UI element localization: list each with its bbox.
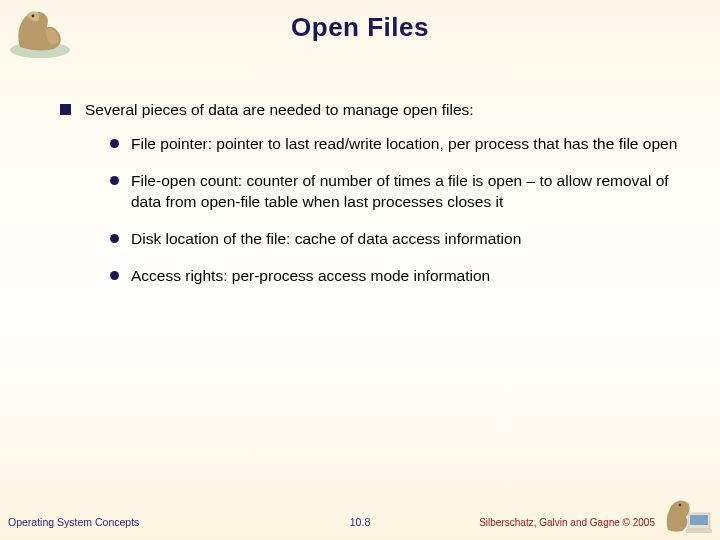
sub-bullet-row: File-open count: counter of number of ti… <box>110 171 680 213</box>
footer-copyright: Silberschatz, Galvin and Gagne © 2005 <box>479 517 655 528</box>
sub-bullet-row: File pointer: pointer to last read/write… <box>110 134 680 155</box>
svg-point-5 <box>679 504 681 506</box>
content-area: Several pieces of data are needed to man… <box>60 100 680 303</box>
sub-bullet-text: Disk location of the file: cache of data… <box>131 229 521 250</box>
circle-bullet-icon <box>110 271 119 280</box>
circle-bullet-icon <box>110 176 119 185</box>
footer: Operating System Concepts 10.8 Silbersch… <box>0 512 720 532</box>
circle-bullet-icon <box>110 234 119 243</box>
main-bullet-row: Several pieces of data are needed to man… <box>60 100 680 120</box>
sub-bullet-text: Access rights: per-process access mode i… <box>131 266 490 287</box>
sub-bullet-text: File pointer: pointer to last read/write… <box>131 134 677 155</box>
main-bullet-text: Several pieces of data are needed to man… <box>85 100 474 120</box>
footer-left-text: Operating System Concepts <box>8 516 139 528</box>
footer-page-number: 10.8 <box>350 516 370 528</box>
sub-bullet-list: File pointer: pointer to last read/write… <box>110 134 680 287</box>
slide-title: Open Files <box>0 0 720 43</box>
sub-bullet-text: File-open count: counter of number of ti… <box>131 171 680 213</box>
circle-bullet-icon <box>110 139 119 148</box>
sub-bullet-row: Disk location of the file: cache of data… <box>110 229 680 250</box>
svg-point-1 <box>32 15 35 18</box>
square-bullet-icon <box>60 104 71 115</box>
sub-bullet-row: Access rights: per-process access mode i… <box>110 266 680 287</box>
slide: Open Files Several pieces of data are ne… <box>0 0 720 540</box>
dinosaur-logo-icon <box>5 5 75 60</box>
